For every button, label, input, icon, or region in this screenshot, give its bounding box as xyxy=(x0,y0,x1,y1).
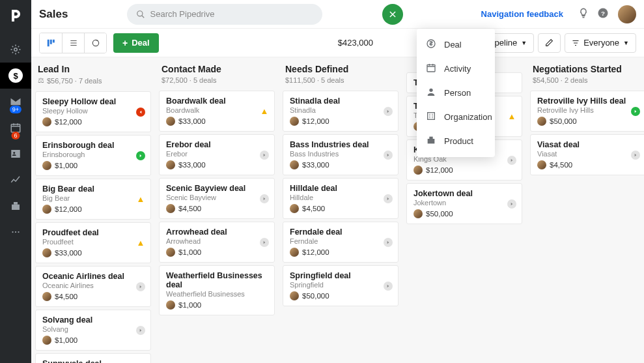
add-menu-activity[interactable]: Activity xyxy=(417,57,495,81)
add-deal-button[interactable]: + Deal xyxy=(113,33,159,53)
page-title: Sales xyxy=(39,8,68,21)
warning-icon[interactable]: ▲ xyxy=(136,195,145,204)
owner-avatar xyxy=(42,292,51,301)
sidebar-item-deals[interactable]: $ xyxy=(0,63,31,89)
deal-value: $12,000 xyxy=(290,248,391,257)
sidebar-item-products[interactable] xyxy=(0,193,31,219)
deal-org: Weatherfield Businesses xyxy=(166,290,268,298)
organization-icon xyxy=(426,111,436,123)
svg-rect-23 xyxy=(428,139,435,143)
deal-card[interactable]: Weatherfield Businesses deal Weatherfiel… xyxy=(159,265,275,315)
column-summary: ⚖$56,750 · 7 deals xyxy=(38,76,148,85)
deal-org: Jokertown xyxy=(413,199,515,207)
owner-avatar xyxy=(166,117,175,126)
activity-indicator-icon[interactable] xyxy=(384,238,393,247)
activity-indicator-icon[interactable] xyxy=(384,107,393,116)
owner-avatar xyxy=(166,248,175,257)
pipeline-column: Contact Made$72,500 · 5 deals Boardwalk … xyxy=(155,57,279,363)
deal-card[interactable]: Bass Industries deal Bass Industries $33… xyxy=(283,134,399,175)
deal-card[interactable]: Boardwalk deal Boardwalk $33,000 ▲ xyxy=(159,91,275,132)
activity-indicator-icon[interactable] xyxy=(136,326,145,335)
deal-card[interactable]: Erebor deal Erebor $33,000 xyxy=(159,134,275,175)
edit-pipeline-button[interactable] xyxy=(538,33,561,53)
sidebar-item-focus[interactable] xyxy=(0,36,31,63)
deal-card[interactable]: Big Bear deal Big Bear $12,000 ▲ xyxy=(35,179,151,220)
search-input[interactable]: Search Pipedrive xyxy=(127,4,322,25)
sidebar-item-insights[interactable] xyxy=(0,167,31,193)
activity-indicator-icon[interactable] xyxy=(260,238,269,247)
deal-card[interactable]: Jokertown deal Jokertown $50,000 xyxy=(406,183,522,224)
deal-card[interactable]: Ferndale deal Ferndale $12,000 xyxy=(283,222,399,263)
deal-title: Bass Industries deal xyxy=(290,140,391,149)
deal-card[interactable]: Solvang deal Solvang $1,000 xyxy=(35,310,151,351)
svg-rect-14 xyxy=(53,39,55,42)
activity-indicator-icon[interactable] xyxy=(384,194,393,203)
user-avatar[interactable] xyxy=(618,5,636,23)
activity-icon xyxy=(426,63,436,75)
deal-card[interactable]: Viasat deal Viasat $4,500 xyxy=(530,134,644,175)
activity-indicator-icon[interactable] xyxy=(507,199,516,209)
deal-value: $12,000 xyxy=(290,117,391,126)
forecast-view-button[interactable] xyxy=(84,33,106,53)
activity-indicator-icon[interactable] xyxy=(260,151,269,160)
owner-avatar xyxy=(290,204,299,213)
activity-overdue-icon[interactable] xyxy=(136,108,145,117)
deal-card[interactable]: Arrowhead deal Arrowhead $1,000 xyxy=(159,222,275,263)
activity-done-icon[interactable] xyxy=(631,107,640,116)
activity-indicator-icon[interactable] xyxy=(631,151,640,160)
deal-org: Erinsborough xyxy=(42,151,144,158)
deal-card[interactable]: Springfield deal Springfield $50,000 xyxy=(283,265,399,306)
owner-avatar xyxy=(290,160,299,169)
deal-card[interactable]: Oceanic Airlines deal Oceanic Airlines $… xyxy=(35,266,151,307)
svg-rect-4 xyxy=(12,205,20,210)
pipeline-column: Lead In⚖$56,750 · 7 deals Sleepy Hollow … xyxy=(31,57,155,363)
deal-card[interactable]: Hilldale deal Hilldale $4,500 xyxy=(283,178,399,219)
deal-card[interactable]: Proudfeet deal Proudfeet $33,000 ▲ xyxy=(35,222,151,263)
sidebar-item-more[interactable] xyxy=(0,219,31,245)
navigation-feedback-link[interactable]: Navigation feedback xyxy=(481,9,563,19)
list-view-button[interactable] xyxy=(62,33,84,53)
activity-indicator-icon[interactable] xyxy=(136,282,145,291)
deal-org: Erebor xyxy=(166,150,268,158)
deal-card[interactable]: Sunnyvale deal Sunnyvale $50,000 xyxy=(35,353,151,363)
add-menu-organization[interactable]: Organization xyxy=(417,105,495,129)
toolbar: + Deal $423,000 Pipeline ▼ Everyone ▼ xyxy=(31,29,644,57)
deal-value: $33,000 xyxy=(166,160,268,169)
activity-indicator-icon[interactable] xyxy=(384,282,393,291)
activity-indicator-icon[interactable] xyxy=(260,194,269,203)
deal-card[interactable]: Sleepy Hollow deal Sleepy Hollow $12,000 xyxy=(35,91,151,132)
help-icon[interactable]: ? xyxy=(597,7,609,22)
column-summary: $111,500 · 5 deals xyxy=(285,76,396,84)
owner-avatar xyxy=(42,336,51,345)
kanban-view-button[interactable] xyxy=(40,33,62,53)
add-menu-deal[interactable]: Deal xyxy=(417,33,495,57)
add-button[interactable] xyxy=(382,4,403,25)
add-menu-person[interactable]: Person xyxy=(417,81,495,105)
deal-card[interactable]: Stinadla deal Stinadla $12,000 xyxy=(283,91,399,132)
deal-value: $33,000 xyxy=(42,248,144,257)
warning-icon[interactable]: ▲ xyxy=(136,239,145,248)
sidebar-item-mail[interactable]: 9+ xyxy=(0,89,31,115)
owner-filter[interactable]: Everyone ▼ xyxy=(565,33,636,53)
owner-avatar xyxy=(413,166,423,175)
warning-icon[interactable]: ▲ xyxy=(507,112,516,121)
sidebar-item-calendar[interactable]: 6 xyxy=(0,115,31,141)
deal-title: Springfield deal xyxy=(290,271,391,280)
deal-title: Solvang deal xyxy=(42,315,144,325)
deal-value: $1,000 xyxy=(166,300,268,310)
deal-card[interactable]: Retroville Ivy Hills deal Retroville Ivy… xyxy=(530,91,644,132)
deal-title: Viasat deal xyxy=(537,140,639,149)
add-menu-product[interactable]: Product xyxy=(417,129,495,153)
menu-label: Product xyxy=(444,136,473,146)
activity-done-icon[interactable] xyxy=(136,151,145,160)
sidebar-item-contacts[interactable] xyxy=(0,141,31,167)
deal-card[interactable]: Scenic Bayview deal Scenic Bayview $4,50… xyxy=(159,178,275,219)
activity-indicator-icon[interactable] xyxy=(507,156,516,165)
deal-title: Sunnyvale deal xyxy=(42,359,144,363)
kanban-board: Lead In⚖$56,750 · 7 deals Sleepy Hollow … xyxy=(31,57,644,363)
activity-indicator-icon[interactable] xyxy=(384,151,393,160)
svg-rect-24 xyxy=(429,137,432,139)
deal-card[interactable]: Erinsborough deal Erinsborough $1,000 xyxy=(35,135,151,176)
warning-icon[interactable]: ▲ xyxy=(260,107,269,116)
lightbulb-icon[interactable] xyxy=(578,7,589,22)
